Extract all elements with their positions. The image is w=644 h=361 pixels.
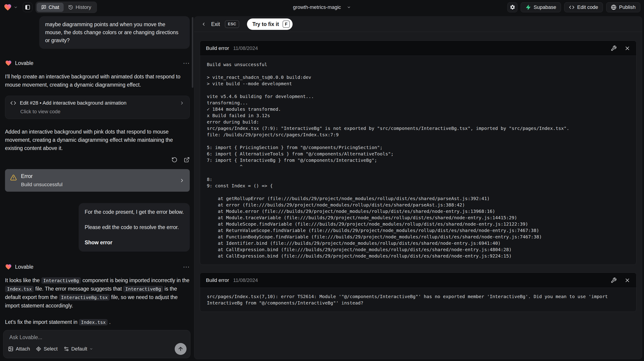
build-error-card: Build error 11/08/2024 Build was unsucce… [200,40,636,265]
image-attach-icon [8,346,14,352]
assistant-name: Lovable [15,264,34,270]
console-header: Exit ESC Try to fix it F [194,17,642,32]
chat-input-container: Attach Select Default [3,330,190,358]
tab-history[interactable]: History [64,3,96,12]
close-icon[interactable] [624,277,630,283]
lovable-logo-menu[interactable] [4,3,18,11]
build-error-log: src/pages/Index.tsx(7,10): error TS2614:… [200,288,636,312]
chevron-down-icon [90,347,93,351]
try-to-fix-button[interactable]: Try to fix it F [247,18,292,30]
topbar-actions: Supabase Edit code Publish [508,2,640,12]
panel-left-icon [25,4,30,10]
attach-label: Attach [16,346,30,352]
close-icon[interactable] [624,45,630,51]
mode-select-button[interactable]: Default [64,346,93,352]
chat-panel: maybe diagramming points and when you mo… [0,14,194,361]
edit-card-title: Edit #28 • Add interactive background an… [20,100,126,106]
project-name: growth-metrics-magic [293,4,341,10]
chevron-right-icon [180,100,184,105]
mode-label: Default [72,346,87,352]
edit-code-label: Edit code [577,4,598,10]
edit-code-button[interactable]: Edit code [564,2,603,12]
build-error-log: Build was unsuccessful > vite_react_shad… [200,56,636,265]
restore-icon[interactable] [172,157,178,163]
exit-button[interactable]: Exit ESC [201,20,239,28]
supabase-icon [526,4,531,10]
error-card-title: Error [21,173,62,179]
tab-chat[interactable]: Chat [37,3,64,12]
tab-chat-label: Chat [48,4,59,10]
assistant-message: I'll help create an interactive backgrou… [5,72,190,89]
message-list: maybe diagramming points and when you mo… [5,14,190,327]
chat-history-tab-group: Chat History [36,1,97,13]
lovable-heart-icon [4,3,12,11]
open-external-icon[interactable] [184,157,190,163]
lovable-heart-icon [5,264,12,270]
chevron-down-icon [14,5,18,9]
code-icon [10,100,16,106]
tab-history-label: History [76,4,91,10]
fix-wrench-icon[interactable] [611,45,617,51]
attach-button[interactable]: Attach [8,346,30,352]
fix-button-label: Try to fix it [252,21,279,27]
message-actions [5,157,190,163]
code-icon [569,4,574,10]
build-error-card: Build error 11/08/2024 src/pages/Index.t… [200,273,636,312]
error-card-subtitle: Build unsuccessful [21,182,62,188]
console-panel: Exit ESC Try to fix it F Build error 11/… [194,16,642,359]
build-error-card-header: Build error 11/08/2024 [200,41,636,56]
exit-label: Exit [211,21,220,27]
project-selector[interactable]: growth-metrics-magic [293,0,351,14]
build-error-card-header: Build error 11/08/2024 [200,273,636,288]
arrow-up-icon [178,346,184,352]
settings-button[interactable] [508,2,518,12]
assistant-header: Lovable ⋯ [5,60,190,66]
message-menu-button[interactable]: ⋯ [183,265,190,269]
error-card[interactable]: Error Build unsuccessful [5,169,190,192]
edit-card-subtitle: Click to view code [20,109,184,115]
chat-scrollbar-thumb[interactable] [192,17,194,88]
build-error-title: Build error [206,277,229,283]
build-error-title: Build error [206,45,229,51]
chevron-left-icon [201,22,206,27]
user-message-text: For the code present, I get the error be… [84,208,184,216]
f-key-badge: F [282,20,290,28]
warning-triangle-icon [10,174,17,181]
esc-key-badge: ESC [225,20,239,28]
supabase-label: Supabase [534,4,556,10]
chat-bubble-icon [41,5,46,10]
publish-button[interactable]: Publish [606,2,640,12]
build-error-date: 11/08/2024 [233,45,258,51]
top-bar: Chat History growth-metrics-magic Supaba… [0,0,644,14]
gear-icon [510,4,516,10]
show-error-link[interactable]: Show error [84,239,184,247]
select-label: Select [44,346,58,352]
user-message: For the code present, I get the error be… [79,203,190,252]
publish-label: Publish [619,4,636,10]
build-error-date: 11/08/2024 [233,277,258,283]
chevron-down-icon [347,5,351,9]
chat-input-toolbar: Attach Select Default [8,343,186,355]
sliders-icon [64,346,69,352]
assistant-message-rich: It looks like the InteractiveBg componen… [5,276,190,310]
send-button[interactable] [175,343,186,355]
user-message-text: Please edit the code to resolve the erro… [84,223,184,231]
history-icon [68,5,73,10]
assistant-message: Added an interactive background with pin… [5,128,190,152]
message-menu-button[interactable]: ⋯ [183,61,190,65]
edit-card-28[interactable]: Edit #28 • Add interactive background an… [5,96,190,119]
supabase-button[interactable]: Supabase [521,2,561,12]
select-target-icon [36,346,41,352]
assistant-message-rich: Let's fix the import statement in Index.… [5,318,190,326]
assistant-name: Lovable [15,60,34,66]
lovable-heart-icon [5,60,12,66]
assistant-header: Lovable ⋯ [5,264,190,270]
chevron-right-icon [179,178,185,183]
select-button[interactable]: Select [36,346,58,352]
fix-wrench-icon[interactable] [611,277,617,283]
sidebar-toggle-button[interactable] [23,2,32,12]
globe-icon [611,4,616,10]
user-message: maybe diagramming points and when you mo… [39,16,190,49]
user-message-text: maybe diagramming points and when you mo… [45,21,178,43]
